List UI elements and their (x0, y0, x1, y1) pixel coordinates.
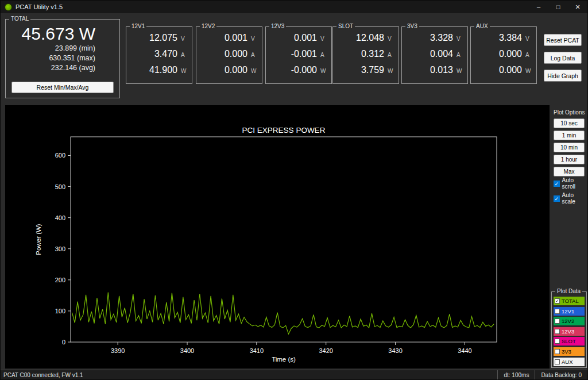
rail-watts-row: -0.000 W (266, 65, 331, 81)
legend-label: 3V3 (562, 348, 571, 355)
rail-group-label: 12V2 (200, 23, 216, 29)
y-axis-label: Power (W) (35, 224, 42, 255)
close-button[interactable]: ✕ (568, 1, 587, 13)
rail-watts-row: 3.759 W (333, 65, 399, 81)
checkbox-label: Auto scroll (562, 177, 587, 190)
rail-group-3v3: 3V3 3.328 V 0.004 A 0.013 W (401, 26, 468, 84)
amps-unit: A (181, 52, 187, 58)
volts-unit: V (181, 36, 187, 42)
rail-amps-row: 0.000 A (471, 49, 536, 65)
rail-group-aux: AUX 3.384 V 0.000 A 0.000 W (470, 26, 537, 84)
y-tick-label: 400 (55, 214, 65, 221)
window-controls: – □ ✕ (529, 1, 587, 13)
legend-checkbox-aux[interactable] (555, 359, 560, 364)
watts-unit: W (457, 68, 462, 74)
auto-scale-checkbox[interactable]: ✓ (554, 195, 560, 202)
legend-checkbox-slot[interactable] (555, 339, 560, 344)
app-icon (5, 3, 12, 11)
rail-group-label: 12V3 (269, 23, 286, 29)
rail-volts-row: 0.001 V (266, 33, 331, 49)
plot-data-group: Plot Data ✓TOTAL12V112V212V3SLOT3V3AUX (551, 291, 587, 368)
legend-checkbox-12v2[interactable] (555, 318, 560, 324)
legend-checkbox-3v3[interactable] (555, 349, 560, 354)
amps-unit: A (251, 52, 257, 58)
chart-area: PCI EXPRESS POWER01002003004005006003390… (5, 105, 550, 369)
rail-amps-row: 0.000 A (196, 49, 262, 65)
rail-volts-row: 3.384 V (471, 33, 536, 49)
legend-label: 12V2 (562, 318, 574, 324)
log-data-button[interactable]: Log Data (544, 52, 582, 64)
total-power-value: 45.673 W (6, 24, 119, 44)
minimize-button[interactable]: – (529, 1, 548, 13)
series-total (72, 293, 494, 334)
amps-unit: A (320, 52, 326, 58)
legend-label: AUX (562, 359, 573, 365)
title-bar: PCAT Utility v1.5 – □ ✕ (1, 1, 587, 13)
rail-volts-value: 0.001 (225, 33, 247, 43)
plot-option-buttons: 10 sec1 min10 min1 hourMax (554, 118, 585, 179)
plot-data-label: Plot Data (555, 288, 582, 294)
maximize-button[interactable]: □ (548, 1, 568, 13)
legend-checkbox-12v1[interactable] (555, 309, 560, 314)
rail-volts-value: 3.384 (499, 33, 522, 43)
plot-range-button-10-min[interactable]: 10 min (554, 143, 585, 152)
rail-group-label: SLOT (336, 23, 355, 29)
hide-graph-button[interactable]: Hide Graph (544, 70, 582, 82)
rail-volts-value: 12.075 (149, 33, 177, 43)
rail-volts-row: 12.075 V (126, 33, 192, 49)
rail-volts-value: 12.048 (356, 33, 384, 43)
rail-watts-value: 0.000 (499, 65, 522, 75)
reset-minmaxavg-button[interactable]: Reset Min/Max/Avg (11, 82, 114, 93)
rail-group-label: 3V3 (405, 23, 419, 29)
rail-amps-value: -0.001 (291, 49, 317, 59)
rail-amps-row: 3.470 A (126, 49, 192, 65)
rail-group-slot: SLOT 12.048 V 0.312 A 3.759 W (332, 26, 399, 84)
auto-scale-row: ✓Auto scale (554, 192, 587, 205)
volts-unit: V (388, 36, 393, 42)
rail-watts-row: 41.900 W (126, 65, 192, 81)
y-tick-label: 500 (55, 183, 65, 190)
amps-unit: A (457, 52, 462, 58)
total-group: TOTAL 45.673 W 23.899 (min) 630.351 (max… (5, 19, 120, 98)
pcat-window: PCAT Utility v1.5 – □ ✕ TOTAL 45.673 W 2… (0, 0, 588, 380)
volts-unit: V (251, 36, 257, 42)
plot-range-button-10-sec[interactable]: 10 sec (554, 118, 585, 128)
x-axis-label: Time (s) (272, 356, 296, 363)
reset-pcat-button[interactable]: Reset PCAT (544, 34, 582, 46)
legend-checkbox-12v3[interactable] (555, 329, 560, 334)
window-title: PCAT Utility v1.5 (16, 3, 63, 10)
rail-watts-value: 0.000 (225, 65, 247, 75)
rail-volts-row: 12.048 V (333, 33, 399, 49)
rail-group-12v3: 12V3 0.001 V -0.001 A -0.000 W (265, 26, 332, 84)
total-group-label: TOTAL (9, 16, 30, 22)
rail-group-label: 12V1 (130, 23, 146, 29)
legend-label: SLOT (562, 338, 576, 344)
legend-row-12v3: 12V3 (554, 327, 585, 336)
rail-watts-row: 0.013 W (402, 65, 467, 81)
plot-range-button-max[interactable]: Max (554, 167, 585, 176)
rail-watts-value: 41.900 (149, 65, 177, 75)
auto-scroll-checkbox[interactable]: ✓ (554, 181, 560, 187)
rail-amps-row: 0.312 A (333, 49, 399, 65)
x-tick-label: 3430 (388, 347, 402, 354)
watts-unit: W (320, 68, 326, 74)
volts-unit: V (320, 36, 326, 42)
x-tick-label: 3440 (458, 347, 471, 354)
dt-status: dt: 100ms (497, 370, 535, 379)
y-tick-label: 0 (62, 339, 65, 346)
plot-range-button-1-min[interactable]: 1 min (554, 130, 585, 140)
watts-unit: W (388, 68, 393, 74)
rail-amps-row: -0.001 A (266, 49, 331, 65)
connection-status: PCAT C00 connected, FW v1.1 (1, 372, 83, 378)
legend-row-total: ✓TOTAL (554, 297, 585, 305)
y-tick-label: 300 (55, 245, 65, 252)
rail-group-12v1: 12V1 12.075 V 3.470 A 41.900 W (126, 26, 192, 84)
plot-range-button-1-hour[interactable]: 1 hour (554, 155, 585, 164)
rail-watts-row: 0.000 W (471, 65, 536, 81)
legend-checkbox-total[interactable]: ✓ (555, 298, 560, 304)
rail-amps-value: 0.000 (225, 49, 247, 59)
legend-rows: ✓TOTAL12V112V212V3SLOT3V3AUX (554, 297, 585, 366)
total-avg-value: 232.146 (avg) (6, 63, 119, 73)
rail-amps-value: 3.470 (154, 49, 177, 59)
watts-unit: W (251, 68, 257, 74)
